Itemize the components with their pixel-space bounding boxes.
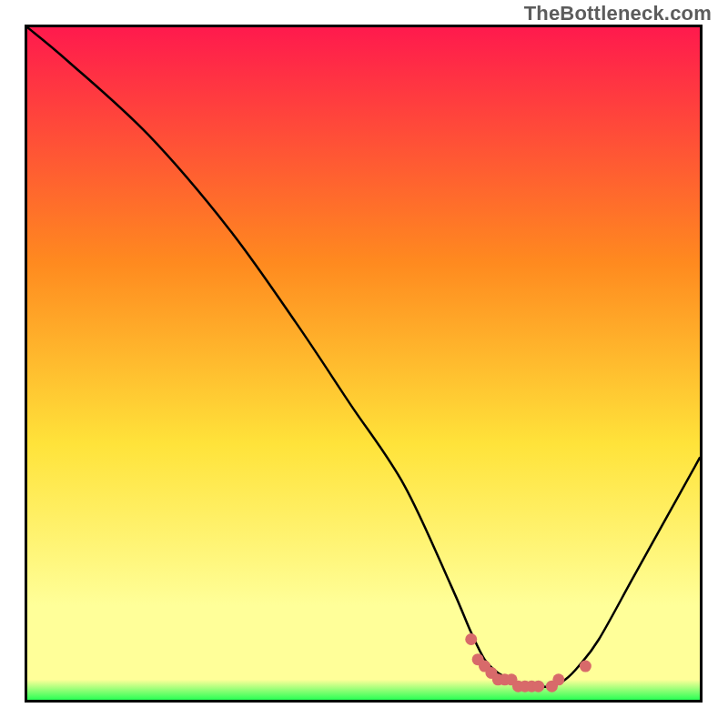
watermark-text: TheBottleneck.com [524, 2, 712, 25]
plot-border [25, 25, 703, 703]
